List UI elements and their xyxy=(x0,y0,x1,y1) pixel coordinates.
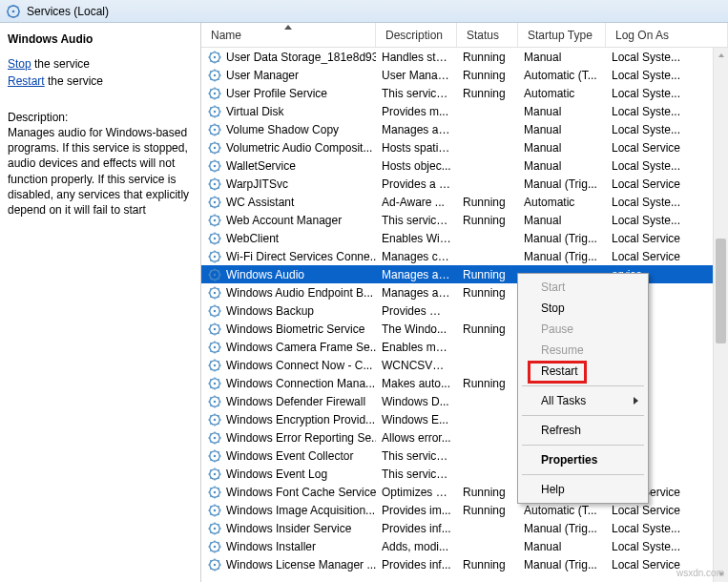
menu-properties[interactable]: Properties xyxy=(520,449,646,470)
menu-help[interactable]: Help xyxy=(520,479,646,500)
cell-description: Windows D... xyxy=(376,395,457,408)
stop-suffix: the service xyxy=(31,57,90,71)
header-status[interactable]: Status xyxy=(457,23,518,47)
service-heading: Windows Audio xyxy=(8,32,193,46)
table-row[interactable]: Windows License Manager ...Provides inf.… xyxy=(201,555,728,573)
cell-name: Volumetric Audio Composit... xyxy=(201,140,376,156)
cell-status: Running xyxy=(457,51,518,64)
table-row[interactable]: Virtual DiskProvides m...ManualLocal Sys… xyxy=(201,102,728,120)
table-row[interactable]: Windows Font Cache ServiceOptimizes p...… xyxy=(201,483,728,501)
scroll-thumb[interactable] xyxy=(716,239,726,343)
cell-description: Enables mul... xyxy=(376,341,457,354)
table-row[interactable]: Wi-Fi Direct Services Conne...Manages co… xyxy=(201,247,728,265)
svg-point-1 xyxy=(12,10,15,12)
table-row[interactable]: Windows AudioManages au...Runningervice xyxy=(201,265,728,283)
sort-ascending-icon xyxy=(284,25,292,30)
svg-point-11 xyxy=(214,128,216,130)
table-row[interactable]: Windows Camera Frame Se...Enables mul...… xyxy=(201,338,728,356)
table-row[interactable]: Windows Audio Endpoint B...Manages au...… xyxy=(201,283,728,301)
cell-description: This service ... xyxy=(376,449,457,463)
cell-name: Windows License Manager ... xyxy=(201,557,376,572)
table-row[interactable]: Windows Biometric ServiceThe Windo...Run… xyxy=(201,320,728,338)
table-row[interactable]: WalletServiceHosts objec...ManualLocal S… xyxy=(201,156,728,175)
cell-description: Provides a JI... xyxy=(376,177,457,191)
cell-name: Windows Installer xyxy=(201,539,376,554)
cell-description: This service ... xyxy=(376,87,457,100)
cell-description: Allows error... xyxy=(376,431,457,445)
table-row[interactable]: Windows Insider ServiceProvides inf...Ma… xyxy=(201,519,728,537)
cell-status: Running xyxy=(457,286,518,300)
svg-point-17 xyxy=(214,182,216,184)
cell-description: Provides im... xyxy=(376,504,457,517)
cell-status: Running xyxy=(457,322,518,336)
cell-status: Running xyxy=(457,214,518,227)
header-logon[interactable]: Log On As xyxy=(606,23,728,47)
table-row[interactable]: Windows Encryption Provid...Windows E...… xyxy=(201,410,728,428)
header-name[interactable]: Name xyxy=(201,23,376,47)
table-row[interactable]: Volume Shadow CopyManages an...ManualLoc… xyxy=(201,120,728,138)
submenu-arrow-icon xyxy=(634,397,638,405)
cell-description: Enables Win... xyxy=(376,232,457,245)
cell-startup: Manual xyxy=(518,540,606,553)
table-row[interactable]: Volumetric Audio Composit...Hosts spatia… xyxy=(201,138,728,156)
cell-name: WarpJITSvc xyxy=(201,177,376,192)
cell-logon: Local Service xyxy=(606,141,728,155)
table-row[interactable]: WebClientEnables Win...Manual (Trig...Lo… xyxy=(201,229,728,247)
menu-separator xyxy=(522,474,644,475)
table-row[interactable]: Windows Image Acquisition...Provides im.… xyxy=(201,501,728,519)
table-row[interactable]: Web Account ManagerThis service ...Runni… xyxy=(201,211,728,229)
svg-point-35 xyxy=(214,345,216,347)
cell-status: Running xyxy=(457,377,518,390)
svg-point-37 xyxy=(214,364,216,365)
cell-name: Windows Error Reporting Se... xyxy=(201,430,376,446)
cell-name: Windows Audio xyxy=(201,267,376,282)
svg-point-21 xyxy=(214,218,216,220)
cell-logon: Local Syste... xyxy=(606,105,728,118)
cell-description: User Manag... xyxy=(376,69,457,82)
cell-name: WalletService xyxy=(201,158,376,174)
services-app-icon xyxy=(6,4,21,19)
table-row[interactable]: Windows Error Reporting Se...Allows erro… xyxy=(201,428,728,447)
cell-name: WebClient xyxy=(201,231,376,246)
table-row[interactable]: User ManagerUser Manag...RunningAutomati… xyxy=(201,66,728,84)
cell-name: Windows Event Log xyxy=(201,467,376,482)
table-row[interactable]: Windows Connect Now - C...WCNCSVC ...erv… xyxy=(201,356,728,374)
table-row[interactable]: WC AssistantAd-Aware ...RunningAutomatic… xyxy=(201,193,728,211)
restart-link[interactable]: Restart xyxy=(8,74,45,88)
table-row[interactable]: Windows Event CollectorThis service ...k… xyxy=(201,447,728,465)
menu-refresh[interactable]: Refresh xyxy=(520,420,646,441)
svg-point-45 xyxy=(214,436,216,438)
svg-point-53 xyxy=(214,509,216,510)
table-row[interactable]: Windows InstallerAdds, modi...ManualLoca… xyxy=(201,537,728,555)
cell-name: Web Account Manager xyxy=(201,213,376,228)
cell-status: Running xyxy=(457,87,518,100)
menu-all-tasks[interactable]: All Tasks xyxy=(520,390,646,411)
table-row[interactable]: Windows Event LogThis service ...ervice xyxy=(201,465,728,483)
table-row[interactable]: User Data Storage_181e8d93Handles sto...… xyxy=(201,48,728,66)
context-menu: Start Stop Pause Resume Restart All Task… xyxy=(517,273,649,504)
svg-point-59 xyxy=(214,563,216,565)
title-bar: Services (Local) xyxy=(0,0,728,23)
svg-point-33 xyxy=(214,327,216,329)
table-row[interactable]: Windows BackupProvides Wi...ste... xyxy=(201,301,728,320)
cell-logon: Local Service xyxy=(606,232,728,245)
menu-restart[interactable]: Restart xyxy=(520,361,646,382)
svg-point-19 xyxy=(214,200,216,202)
cell-startup: Automatic xyxy=(518,87,606,100)
cell-startup: Manual xyxy=(518,123,606,136)
table-row[interactable]: Windows Defender FirewallWindows D...erv… xyxy=(201,392,728,410)
header-startup[interactable]: Startup Type xyxy=(518,23,606,47)
svg-point-13 xyxy=(214,146,216,148)
cell-status: Running xyxy=(457,268,518,281)
header-description[interactable]: Description xyxy=(376,23,457,47)
stop-link[interactable]: Stop xyxy=(8,57,31,71)
vertical-scrollbar[interactable] xyxy=(713,48,728,582)
table-row[interactable]: Windows Connection Mana...Makes auto...R… xyxy=(201,374,728,392)
table-row[interactable]: WarpJITSvcProvides a JI...Manual (Trig..… xyxy=(201,175,728,193)
scroll-up-button[interactable] xyxy=(714,48,728,63)
table-row[interactable]: User Profile ServiceThis service ...Runn… xyxy=(201,84,728,102)
cell-logon: Local Syste... xyxy=(606,214,728,227)
menu-stop[interactable]: Stop xyxy=(520,298,646,319)
cell-description: Windows E... xyxy=(376,413,457,426)
cell-logon: Local Service xyxy=(606,504,728,517)
